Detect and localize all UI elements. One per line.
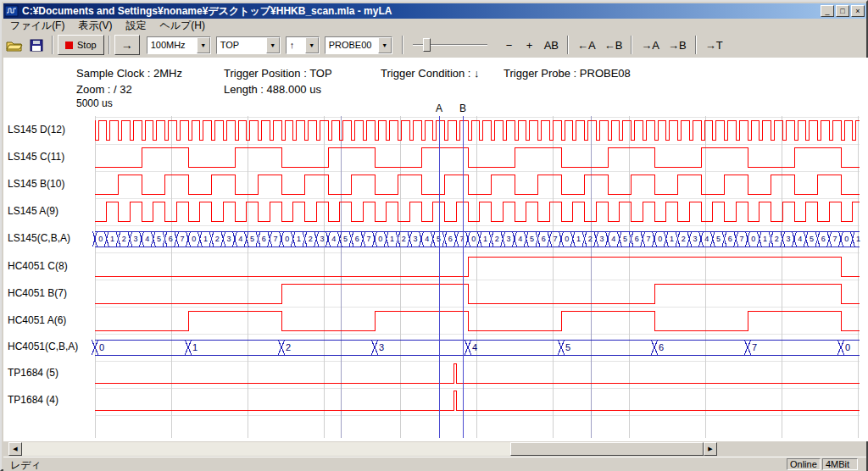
probe-value: PROBE00 <box>326 40 378 50</box>
toolbar-separator <box>52 36 53 54</box>
trigger-position-info: Trigger Position : TOP <box>224 67 332 80</box>
trigger-condition-info: Trigger Condition : ↓ <box>381 67 480 80</box>
trigger-position-value: TOP <box>217 40 266 50</box>
scrollbar-thumb[interactable] <box>510 442 704 456</box>
status-memory-badge: 4MBit <box>822 458 858 470</box>
toolbar-separator <box>402 36 403 54</box>
close-button[interactable]: × <box>851 5 865 17</box>
length-info: Length : 488.000 us <box>224 83 321 96</box>
status-online-badge: Online <box>787 458 821 470</box>
cursor-ab-button[interactable]: AB <box>540 35 563 55</box>
toolbar-separator <box>631 36 632 54</box>
trigger-probe-info: Trigger Probe : PROBE08 <box>504 67 631 80</box>
jump-b-left-button[interactable]: ←B <box>600 35 627 55</box>
trigger-position-select[interactable]: TOP ▼ <box>216 36 281 54</box>
menu-bar: ファイル(F) 表示(V) 設定 ヘルプ(H) <box>3 19 866 32</box>
stop-icon <box>65 42 73 49</box>
jump-a-left-button[interactable]: ←A <box>573 35 600 55</box>
stop-label: Stop <box>77 40 97 50</box>
chevron-down-icon[interactable]: ▼ <box>378 37 392 53</box>
jump-a-right-button[interactable]: →A <box>637 35 664 55</box>
waveform-panel[interactable]: Sample Clock : 2MHz Trigger Position : T… <box>3 58 868 441</box>
sample-clock-info: Sample Clock : 2MHz <box>76 67 182 80</box>
chevron-down-icon[interactable]: ▼ <box>266 37 280 53</box>
save-floppy-icon <box>30 39 43 52</box>
trigger-edge-select[interactable]: ↑ ▼ <box>286 36 320 54</box>
sample-rate-value: 100MHz <box>147 40 197 50</box>
single-run-button[interactable]: → <box>114 35 140 55</box>
scroll-right-arrow-icon[interactable]: ▶ <box>704 442 717 456</box>
app-icon <box>5 5 19 17</box>
chevron-down-icon[interactable]: ▼ <box>197 37 210 53</box>
window-title: C:¥Documents and Settings¥noname¥デスクトップ¥… <box>22 4 821 19</box>
chevron-down-icon[interactable]: ▼ <box>305 37 319 53</box>
jump-b-right-button[interactable]: →B <box>664 35 691 55</box>
scroll-strip: ◀ ▶ <box>3 441 866 457</box>
menu-file[interactable]: ファイル(F) <box>3 19 71 33</box>
status-bar: レディ Online 4MBit <box>3 457 866 471</box>
open-folder-icon <box>6 39 23 52</box>
menu-settings[interactable]: 設定 <box>119 19 153 33</box>
sample-rate-select[interactable]: 100MHz ▼ <box>147 36 211 54</box>
save-button[interactable] <box>25 35 47 55</box>
time-division-label: 5000 us <box>76 97 113 109</box>
open-button[interactable] <box>3 35 25 55</box>
app-window: C:¥Documents and Settings¥noname¥デスクトップ¥… <box>0 0 868 471</box>
toolbar-separator <box>695 36 697 54</box>
jump-trigger-button[interactable]: →T <box>701 35 727 55</box>
menu-view[interactable]: 表示(V) <box>71 19 119 33</box>
probe-select[interactable]: PROBE00 ▼ <box>325 36 392 54</box>
horizontal-scrollbar[interactable]: ◀ ▶ <box>8 442 717 456</box>
scroll-left-arrow-icon[interactable]: ◀ <box>8 442 22 456</box>
window-controls: _ □ × <box>821 5 865 17</box>
zoom-in-button[interactable]: + <box>520 35 540 55</box>
toolbar-separator <box>567 36 569 54</box>
trigger-edge-value: ↑ <box>287 40 305 50</box>
zoom-slider[interactable] <box>411 37 489 53</box>
menu-help[interactable]: ヘルプ(H) <box>153 19 212 33</box>
toolbar: Stop → 100MHz ▼ TOP ▼ ↑ ▼ PROBE00 ▼ − + … <box>3 32 866 58</box>
status-ready-text: レディ <box>10 458 42 471</box>
zoom-out-button[interactable]: − <box>499 35 520 55</box>
maximize-button[interactable]: □ <box>836 5 849 17</box>
minimize-button[interactable]: _ <box>821 5 834 17</box>
title-bar[interactable]: C:¥Documents and Settings¥noname¥デスクトップ¥… <box>3 3 866 19</box>
toolbar-separator <box>108 36 110 54</box>
slider-thumb[interactable] <box>423 38 431 52</box>
stop-button[interactable]: Stop <box>58 35 104 55</box>
zoom-info: Zoom : / 32 <box>76 83 132 96</box>
